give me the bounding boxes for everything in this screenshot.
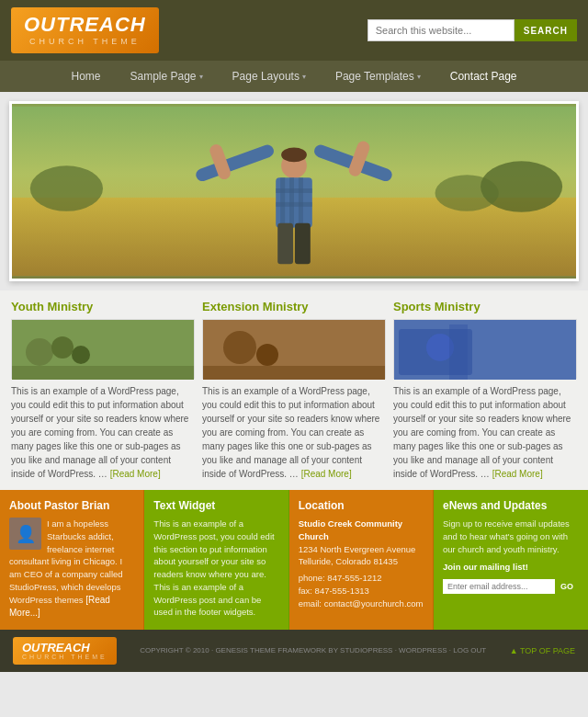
svg-point-20 bbox=[26, 338, 53, 366]
email-signup-input[interactable] bbox=[443, 579, 555, 594]
top-of-page-link[interactable]: ▲ TOP OF PAGE bbox=[510, 646, 575, 655]
svg-point-22 bbox=[72, 346, 90, 364]
sports-ministry-image bbox=[393, 319, 577, 379]
footer-logo-title: OUTREACH bbox=[22, 642, 107, 654]
email-signup-row: GO bbox=[443, 579, 579, 594]
nav-page-templates[interactable]: Page Templates ▾ bbox=[321, 61, 435, 92]
footer-copyright: COPYRIGHT © 2010 · GENESIS THEME FRAMEWO… bbox=[117, 646, 510, 654]
extension-ministry-card: Extension Ministry This is an example of… bbox=[202, 300, 386, 481]
svg-point-25 bbox=[223, 331, 256, 364]
pastor-box: About Pastor Brian 👤 I am a hopeless Sta… bbox=[0, 490, 144, 630]
church-fax: fax: 847-555-1313 bbox=[299, 585, 424, 598]
location-box: Location Studio Creek Community Church 1… bbox=[289, 490, 434, 630]
ministry-columns: Youth Ministry This is an example of a W… bbox=[0, 290, 588, 490]
svg-rect-31 bbox=[449, 324, 468, 380]
search-bar: SEARCH bbox=[368, 19, 577, 41]
nav-home[interactable]: Home bbox=[56, 61, 115, 92]
enews-text: Sign up to receive email updates and to … bbox=[443, 518, 579, 555]
sports-read-more[interactable]: [Read More] bbox=[492, 469, 543, 479]
church-phone: phone: 847-555-1212 bbox=[299, 572, 424, 585]
email-go-button[interactable]: GO bbox=[555, 579, 579, 594]
church-email: email: contact@yourchurch.com bbox=[299, 598, 424, 610]
text-widget-box: Text Widget This is an example of a Word… bbox=[144, 490, 288, 630]
footer-logo[interactable]: OUTREACH CHURCH THEME bbox=[13, 637, 117, 665]
location-title: Location bbox=[299, 499, 424, 512]
svg-rect-27 bbox=[203, 366, 385, 380]
enews-box: eNews and Updates Sign up to receive ema… bbox=[434, 490, 588, 630]
svg-point-18 bbox=[281, 147, 307, 162]
hero-illustration bbox=[12, 106, 576, 277]
sports-ministry-title: Sports Ministry bbox=[393, 300, 577, 313]
svg-rect-16 bbox=[277, 223, 293, 265]
svg-rect-17 bbox=[295, 223, 311, 265]
chevron-down-icon: ▾ bbox=[302, 73, 306, 81]
svg-point-21 bbox=[51, 336, 74, 358]
extension-ministry-title: Extension Ministry bbox=[202, 300, 386, 313]
church-address: 1234 North Evergreen Avenue bbox=[299, 543, 424, 556]
pastor-avatar: 👤 bbox=[9, 518, 41, 550]
pastor-box-title: About Pastor Brian bbox=[9, 499, 134, 512]
svg-point-2 bbox=[30, 165, 103, 211]
youth-ministry-text: This is an example of a WordPress page, … bbox=[11, 384, 195, 481]
church-name: Studio Creek Community Church bbox=[299, 518, 424, 543]
logo-subtitle: CHURCH THEME bbox=[24, 37, 146, 46]
youth-ministry-image bbox=[11, 319, 195, 379]
svg-point-4 bbox=[435, 175, 499, 211]
youth-read-more[interactable]: [Read More] bbox=[110, 469, 161, 479]
location-text: Studio Creek Community Church 1234 North… bbox=[299, 518, 424, 609]
extension-ministry-image bbox=[202, 319, 386, 379]
footer-boxes: About Pastor Brian 👤 I am a hopeless Sta… bbox=[0, 490, 588, 630]
nav-page-layouts[interactable]: Page Layouts ▾ bbox=[218, 61, 321, 92]
svg-rect-10 bbox=[276, 188, 312, 193]
site-header: OUTREACH CHURCH THEME SEARCH bbox=[0, 0, 588, 61]
footer-bar: OUTREACH CHURCH THEME COPYRIGHT © 2010 ·… bbox=[0, 630, 588, 672]
logo-title: OUTREACH bbox=[24, 15, 146, 35]
youth-ministry-card: Youth Ministry This is an example of a W… bbox=[11, 300, 195, 481]
sports-ministry-card: Sports Ministry This is an example of a … bbox=[393, 300, 577, 481]
text-widget-title: Text Widget bbox=[153, 499, 278, 512]
church-city: Telluride, Colorado 81435 bbox=[299, 555, 424, 568]
nav-sample-page[interactable]: Sample Page ▾ bbox=[116, 61, 218, 92]
extension-read-more[interactable]: [Read More] bbox=[301, 469, 352, 479]
sports-ministry-text: This is an example of a WordPress page, … bbox=[393, 384, 577, 481]
extension-ministry-text: This is an example of a WordPress page, … bbox=[202, 384, 386, 481]
chevron-down-icon: ▾ bbox=[417, 73, 421, 81]
youth-ministry-title: Youth Ministry bbox=[11, 300, 195, 313]
search-button[interactable]: SEARCH bbox=[514, 19, 577, 41]
svg-point-26 bbox=[256, 344, 278, 366]
nav-contact-page[interactable]: Contact Page bbox=[435, 61, 532, 92]
text-widget-text: This is an example of a WordPress post, … bbox=[153, 518, 278, 619]
footer-logo-sub: CHURCH THEME bbox=[22, 654, 107, 660]
main-nav: Home Sample Page ▾ Page Layouts ▾ Page T… bbox=[0, 61, 588, 92]
chevron-down-icon: ▾ bbox=[199, 73, 203, 81]
site-logo[interactable]: OUTREACH CHURCH THEME bbox=[11, 7, 159, 53]
enews-title: eNews and Updates bbox=[443, 499, 579, 512]
hero-image bbox=[12, 104, 576, 279]
hero-section bbox=[9, 101, 579, 281]
enews-join-label: Join our mailing list! bbox=[443, 561, 579, 574]
svg-rect-11 bbox=[276, 202, 312, 207]
search-input[interactable] bbox=[368, 19, 514, 41]
svg-rect-23 bbox=[12, 366, 194, 380]
